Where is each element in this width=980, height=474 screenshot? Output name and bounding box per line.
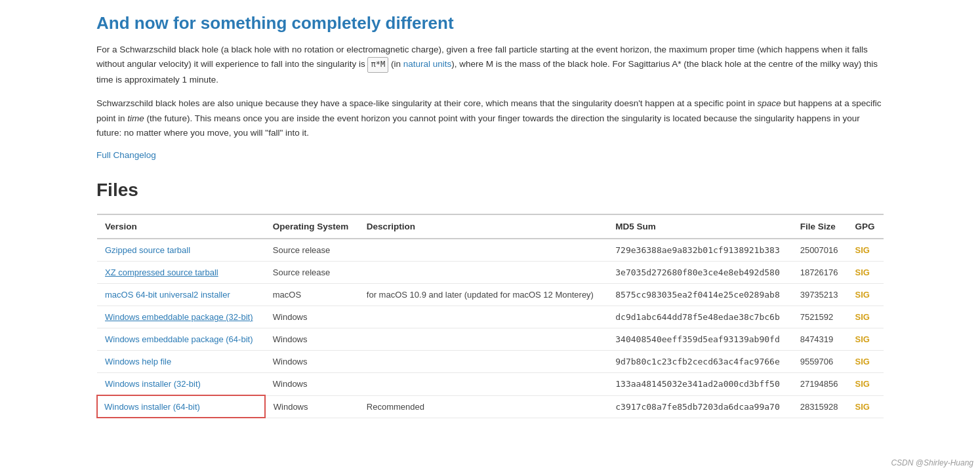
md5-cell: dc9d1abc644dd78f5e48edae38c7bc6b — [607, 306, 792, 328]
col-description: Description — [359, 214, 607, 239]
os-cell: Windows — [265, 306, 359, 328]
table-row: Windows embeddable package (32-bit)Windo… — [97, 306, 884, 328]
os-cell: Windows — [265, 351, 359, 373]
filesize-cell: 25007016 — [792, 239, 847, 262]
table-row: Windows embeddable package (64-bit)Windo… — [97, 328, 884, 351]
col-version: Version — [97, 214, 265, 239]
description-cell — [359, 328, 607, 351]
sig-link[interactable]: SIG — [855, 290, 870, 300]
sig-link[interactable]: SIG — [855, 312, 870, 322]
description-cell — [359, 239, 607, 262]
col-md5: MD5 Sum — [607, 214, 792, 239]
os-cell: macOS — [265, 284, 359, 306]
os-cell: Windows — [265, 395, 359, 418]
full-changelog-link[interactable]: Full Changelog — [96, 150, 156, 160]
files-table: Version Operating System Description MD5… — [96, 214, 884, 418]
col-filesize: File Size — [792, 214, 847, 239]
gpg-cell: SIG — [847, 395, 884, 418]
description-cell: Recommended — [359, 395, 607, 418]
gpg-cell: SIG — [847, 306, 884, 328]
version-link[interactable]: Windows embeddable package (64-bit) — [105, 334, 253, 344]
md5-cell: 3e7035d272680f80e3ce4e8eb492d580 — [607, 262, 792, 284]
description-cell — [359, 373, 607, 396]
version-link[interactable]: Windows installer (32-bit) — [105, 379, 201, 389]
filesize-cell: 9559706 — [792, 351, 847, 373]
main-content: And now for something completely differe… — [96, 13, 884, 418]
files-heading: Files — [96, 180, 884, 201]
version-link[interactable]: Windows embeddable package (32-bit) — [105, 312, 253, 322]
formula-code: π*M — [367, 57, 388, 73]
paragraph-2: Schwarzschild black holes are also uniqu… — [96, 96, 884, 140]
version-link[interactable]: macOS 64-bit universal2 installer — [105, 290, 230, 300]
table-row: Windows installer (64-bit)WindowsRecomme… — [97, 395, 884, 418]
col-gpg: GPG — [847, 214, 884, 239]
paragraph-1: For a Schwarzschild black hole (a black … — [96, 43, 884, 87]
md5-cell: c3917c08a7fe85db7203da6dcaa99a70 — [607, 395, 792, 418]
sig-link[interactable]: SIG — [855, 379, 870, 389]
table-row: Gzipped source tarballSource release729e… — [97, 239, 884, 262]
filesize-cell: 39735213 — [792, 284, 847, 306]
table-row: macOS 64-bit universal2 installermacOSfo… — [97, 284, 884, 306]
version-link[interactable]: Gzipped source tarball — [105, 245, 190, 255]
time-italic: time — [127, 113, 144, 123]
sig-link[interactable]: SIG — [855, 267, 870, 277]
md5-cell: 729e36388ae9a832b01cf9138921b383 — [607, 239, 792, 262]
md5-cell: 9d7b80c1c23cfb2cecd63ac4fac9766e — [607, 351, 792, 373]
version-link[interactable]: XZ compressed source tarball — [105, 267, 218, 277]
table-row: Windows help fileWindows9d7b80c1c23cfb2c… — [97, 351, 884, 373]
filesize-cell: 7521592 — [792, 306, 847, 328]
gpg-cell: SIG — [847, 373, 884, 396]
md5-cell: 133aa48145032e341ad2a000cd3bff50 — [607, 373, 792, 396]
col-os: Operating System — [265, 214, 359, 239]
os-cell: Windows — [265, 328, 359, 351]
description-cell — [359, 262, 607, 284]
sig-link[interactable]: SIG — [855, 402, 870, 412]
gpg-cell: SIG — [847, 239, 884, 262]
version-link[interactable]: Windows help file — [105, 357, 171, 366]
table-row: XZ compressed source tarballSource relea… — [97, 262, 884, 284]
description-cell — [359, 306, 607, 328]
filesize-cell: 27194856 — [792, 373, 847, 396]
description-cell — [359, 351, 607, 373]
main-heading: And now for something completely differe… — [96, 13, 884, 33]
gpg-cell: SIG — [847, 284, 884, 306]
os-cell: Source release — [265, 239, 359, 262]
sig-link[interactable]: SIG — [855, 357, 870, 366]
sig-link[interactable]: SIG — [855, 245, 870, 255]
os-cell: Windows — [265, 373, 359, 396]
filesize-cell: 28315928 — [792, 395, 847, 418]
md5-cell: 8575cc983035ea2f0414e25ce0289ab8 — [607, 284, 792, 306]
gpg-cell: SIG — [847, 351, 884, 373]
gpg-cell: SIG — [847, 262, 884, 284]
os-cell: Source release — [265, 262, 359, 284]
md5-cell: 340408540eeff359d5eaf93139ab90fd — [607, 328, 792, 351]
table-row: Windows installer (32-bit)Windows133aa48… — [97, 373, 884, 396]
filesize-cell: 18726176 — [792, 262, 847, 284]
natural-units-link[interactable]: natural units — [403, 59, 452, 69]
gpg-cell: SIG — [847, 328, 884, 351]
description-cell: for macOS 10.9 and later (updated for ma… — [359, 284, 607, 306]
filesize-cell: 8474319 — [792, 328, 847, 351]
version-link[interactable]: Windows installer (64-bit) — [104, 402, 200, 412]
space-italic: space — [757, 98, 781, 108]
sig-link[interactable]: SIG — [855, 334, 870, 344]
